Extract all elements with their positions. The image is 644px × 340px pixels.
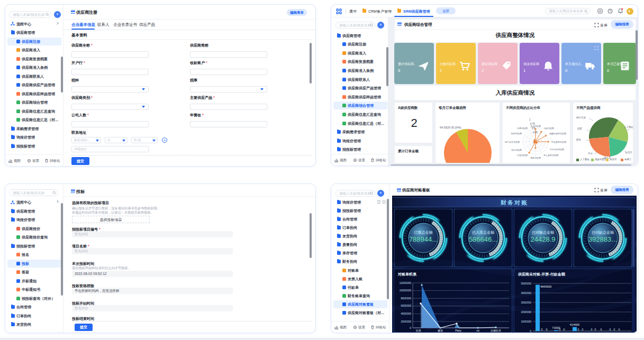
svg-text:3000000: 3000000 [521, 301, 532, 304]
svg-text:Party: Party [455, 329, 461, 332]
svg-text:10000000: 10000000 [400, 289, 411, 292]
svg-text:1000000: 1000000 [521, 320, 532, 323]
svg-text:rst: rst [476, 329, 479, 332]
svg-text:8000000: 8000000 [401, 297, 412, 300]
svg-text:2000000: 2000000 [401, 320, 412, 323]
svg-text:0: 0 [614, 328, 615, 331]
svg-text:0: 0 [619, 328, 620, 331]
svg-text:0: 0 [410, 326, 411, 329]
svg-text:4000000: 4000000 [401, 312, 412, 315]
svg-text:5000000: 5000000 [521, 282, 532, 285]
svg-text:0: 0 [559, 328, 561, 331]
svg-text:6000000: 6000000 [401, 304, 412, 307]
svg-text:0: 0 [582, 328, 584, 331]
svg-text:0: 0 [595, 328, 596, 331]
svg-text:示例牡丹: 示例牡丹 [491, 329, 501, 333]
svg-text:4940000: 4940000 [540, 285, 551, 288]
svg-text:0: 0 [546, 328, 548, 331]
svg-text:2000000: 2000000 [521, 310, 532, 314]
svg-text:比亚: 比亚 [416, 329, 421, 332]
svg-text:0: 0 [610, 328, 611, 331]
svg-text:0: 0 [564, 328, 565, 331]
svg-text:康等: 康等 [438, 329, 443, 332]
svg-text:414400: 414400 [570, 323, 579, 326]
svg-text:?: ? [609, 10, 611, 13]
svg-text:0: 0 [591, 328, 593, 331]
svg-text:0: 0 [530, 329, 531, 333]
svg-text:4000000: 4000000 [521, 291, 532, 295]
svg-text:0: 0 [578, 328, 579, 331]
svg-text:12000000: 12000000 [400, 281, 411, 284]
svg-text:0: 0 [601, 328, 602, 331]
svg-text:0: 0 [541, 328, 543, 331]
